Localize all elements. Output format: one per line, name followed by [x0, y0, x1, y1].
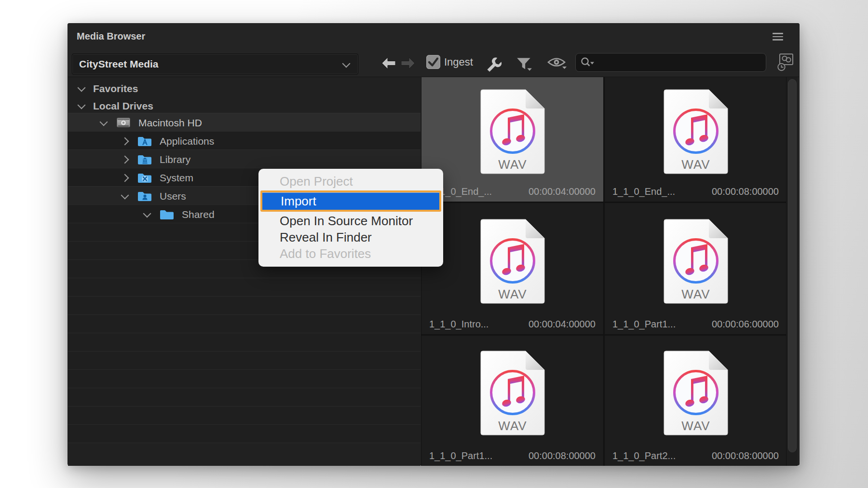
menu-item-open-project[interactable]: Open Project [258, 173, 443, 190]
svg-text:WAV: WAV [681, 419, 710, 433]
wav-file-icon: WAV [663, 218, 729, 304]
users-folder-icon [137, 190, 152, 202]
source-dropdown-value: CityStreet Media [79, 58, 159, 70]
chevron-down-icon[interactable] [78, 84, 86, 92]
linked-media-clock-icon[interactable] [775, 52, 795, 72]
chevron-down-icon[interactable] [143, 210, 151, 218]
applications-folder-icon [137, 135, 152, 147]
source-dropdown[interactable]: CityStreet Media [72, 54, 358, 75]
ingest-checkbox[interactable] [426, 55, 440, 69]
svg-text:WAV: WAV [498, 419, 527, 433]
tree-section-local-drives[interactable]: Local Drives [68, 96, 420, 115]
svg-text:WAV: WAV [498, 157, 527, 172]
folder-tree: Favorites Local Drives Macintosh H [68, 77, 420, 466]
tile-duration: 00:00:08:00000 [712, 450, 779, 461]
checkmark-icon [426, 55, 440, 69]
wav-file-icon: WAV [480, 218, 545, 304]
desktop-background: Media Browser CityStreet Media I [0, 0, 868, 488]
panel-content: Favorites Local Drives Macintosh H [68, 77, 799, 466]
chevron-right-icon[interactable] [121, 156, 129, 164]
back-button[interactable] [380, 56, 397, 70]
menu-item-open-in-source-monitor[interactable]: Open In Source Monitor [258, 213, 443, 229]
forward-button[interactable] [400, 56, 416, 70]
tree-section-favorites[interactable]: Favorites [68, 79, 420, 97]
media-tile[interactable]: WAV 1_1_0_Intro... 00:00:04:00000 [421, 203, 603, 334]
tree-item-applications[interactable]: Applications [68, 131, 420, 150]
tile-label: 1_1_0_Part1... 00:00:06:00000 [612, 319, 779, 330]
media-tile[interactable]: WAV 1_1_0_Part1... 00:00:08:00000 [421, 336, 603, 466]
tile-name: 1_1_0_End_... [612, 186, 675, 197]
tile-duration: 00:00:08:00000 [529, 450, 596, 461]
menu-item-reveal-in-finder[interactable]: Reveal In Finder [258, 229, 443, 245]
wav-file-icon: WAV [663, 89, 729, 175]
grid-scrollbar [786, 77, 798, 466]
media-tile[interactable]: WAV 1_1_0_Part2... 00:00:08:00000 [605, 336, 787, 466]
tree-item-macintosh-hd[interactable]: Macintosh HD [68, 113, 420, 132]
ingest-label: Ingest [444, 56, 473, 68]
wav-file-icon: WAV [480, 89, 545, 175]
media-browser-panel: Media Browser CityStreet Media I [68, 23, 800, 465]
svg-text:WAV: WAV [681, 157, 710, 172]
wav-file-icon: WAV [663, 350, 729, 436]
tile-duration: 00:00:06:00000 [712, 319, 779, 330]
panel-titlebar: Media Browser [68, 24, 799, 51]
svg-text:WAV: WAV [498, 287, 527, 301]
preview-eye-icon[interactable] [546, 56, 568, 70]
tile-label: 1_1_0_End_... 00:00:08:00000 [612, 186, 779, 197]
media-grid: WAV 1_1_0_End_... 00:00:04:00000 WAV 1_1… [421, 77, 786, 466]
media-tile[interactable]: WAV 1_1_0_Part1... 00:00:06:00000 [605, 203, 787, 334]
scrollbar-thumb[interactable] [788, 79, 797, 452]
chevron-down-icon [342, 60, 351, 68]
panel-menu-icon[interactable] [773, 33, 783, 41]
ingest-toggle[interactable]: Ingest [426, 55, 473, 69]
tile-label: 1_1_0_Intro... 00:00:04:00000 [429, 319, 596, 330]
tile-duration: 00:00:08:00000 [712, 186, 779, 197]
panel-title: Media Browser [77, 31, 145, 42]
tile-name: 1_1_0_Part1... [612, 319, 676, 330]
system-folder-icon [137, 172, 152, 183]
tree-item-library[interactable]: Library [68, 149, 420, 168]
tile-duration: 00:00:04:00000 [529, 319, 596, 330]
media-tile[interactable]: WAV 1_1_0_End_... 00:00:04:00000 [421, 77, 603, 202]
chevron-right-icon[interactable] [121, 137, 129, 146]
tile-label: 1_1_0_End_... 00:00:04:00000 [429, 186, 596, 197]
folder-icon [160, 208, 174, 220]
library-folder-icon [137, 153, 152, 165]
tile-name: 1_1_0_Part2... [612, 450, 676, 461]
ingest-settings-wrench-icon[interactable] [485, 56, 503, 74]
chevron-right-icon[interactable] [121, 174, 129, 182]
tile-label: 1_1_0_Part2... 00:00:08:00000 [612, 450, 779, 461]
context-menu: Open Project Import Open In Source Monit… [258, 169, 443, 267]
tile-duration: 00:00:04:00000 [529, 186, 596, 197]
media-tile[interactable]: WAV 1_1_0_End_... 00:00:08:00000 [605, 77, 787, 202]
tile-name: 1_1_0_Intro... [429, 319, 488, 330]
menu-item-import[interactable]: Import [260, 190, 441, 212]
menu-item-add-to-favorites[interactable]: Add to Favorites [258, 245, 443, 262]
search-icon[interactable] [580, 56, 595, 69]
tile-label: 1_1_0_Part1... 00:00:08:00000 [429, 450, 596, 461]
hard-drive-icon [116, 117, 131, 129]
tile-name: 1_1_0_Part1... [429, 450, 492, 461]
search-box [575, 53, 766, 72]
chevron-down-icon[interactable] [100, 118, 108, 126]
chevron-down-icon[interactable] [121, 191, 129, 200]
toolbar: CityStreet Media Ingest [68, 51, 799, 77]
search-input[interactable] [598, 56, 759, 68]
filter-funnel-icon[interactable] [515, 56, 533, 72]
chevron-down-icon[interactable] [78, 101, 86, 109]
wav-file-icon: WAV [480, 350, 545, 436]
svg-text:WAV: WAV [681, 287, 710, 301]
